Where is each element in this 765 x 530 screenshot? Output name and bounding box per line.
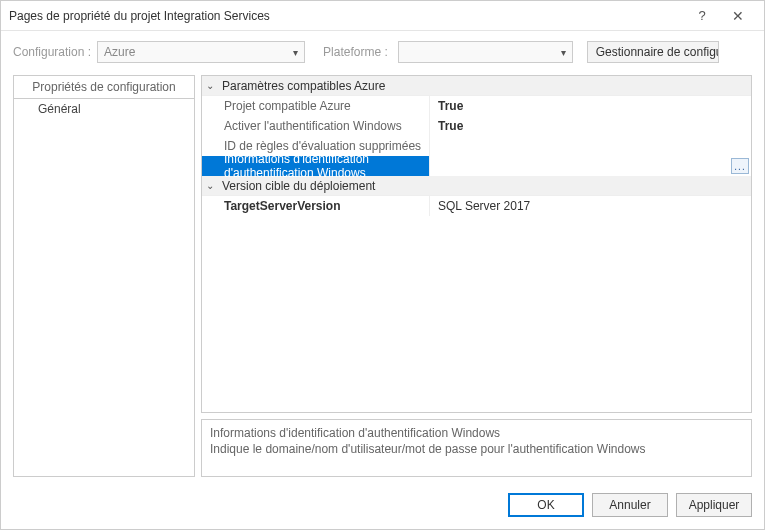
prop-name: Activer l'authentification Windows <box>202 116 430 136</box>
chevron-down-icon: ▾ <box>293 47 298 58</box>
main-area: Propriétés de configuration Général ⌄ Pa… <box>1 75 764 485</box>
category-label: Version cible du déploiement <box>222 179 375 193</box>
configuration-value: Azure <box>104 45 293 59</box>
left-panel-header: Propriétés de configuration <box>14 76 194 99</box>
help-button[interactable]: ? <box>684 8 720 23</box>
prop-name: Projet compatible Azure <box>202 96 430 116</box>
button-row: OK Annuler Appliquer <box>1 485 764 529</box>
right-panel: ⌄ Paramètres compatibles Azure Projet co… <box>201 75 752 477</box>
chevron-down-icon: ⌄ <box>206 180 218 191</box>
prop-name: Informations d'identification d'authenti… <box>202 156 430 176</box>
platform-dropdown[interactable]: ▾ <box>398 41 573 63</box>
configuration-manager-button[interactable]: Gestionnaire de configuration... <box>587 41 719 63</box>
cancel-button[interactable]: Annuler <box>592 493 668 517</box>
prop-value <box>430 156 751 176</box>
chevron-down-icon: ▾ <box>561 47 566 58</box>
description-title: Informations d'identification d'authenti… <box>210 426 743 440</box>
configuration-dropdown[interactable]: Azure ▾ <box>97 41 305 63</box>
prop-row-azure-compatible[interactable]: Projet compatible Azure True <box>202 96 751 116</box>
prop-value <box>430 136 751 156</box>
titlebar: Pages de propriété du projet Integration… <box>1 1 764 31</box>
description-body: Indique le domaine/nom d'utilisateur/mot… <box>210 442 743 456</box>
ellipsis-button[interactable]: ... <box>731 158 749 174</box>
platform-label: Plateforme : <box>323 45 388 59</box>
category-azure[interactable]: ⌄ Paramètres compatibles Azure <box>202 76 751 96</box>
prop-value: True <box>430 96 751 116</box>
apply-button[interactable]: Appliquer <box>676 493 752 517</box>
prop-row-auth-info[interactable]: Informations d'identification d'authenti… <box>202 156 751 176</box>
category-label: Paramètres compatibles Azure <box>222 79 385 93</box>
prop-row-target-server[interactable]: TargetServerVersion SQL Server 2017 <box>202 196 751 216</box>
prop-value: SQL Server 2017 <box>430 196 751 216</box>
configuration-label: Configuration : <box>13 45 91 59</box>
close-button[interactable]: ✕ <box>720 8 756 24</box>
left-panel: Propriétés de configuration Général <box>13 75 195 477</box>
tree-item-general[interactable]: Général <box>14 99 194 119</box>
prop-row-windows-auth[interactable]: Activer l'authentification Windows True <box>202 116 751 136</box>
window-title: Pages de propriété du projet Integration… <box>9 9 684 23</box>
ok-button[interactable]: OK <box>508 493 584 517</box>
prop-value: True <box>430 116 751 136</box>
property-grid: ⌄ Paramètres compatibles Azure Projet co… <box>201 75 752 413</box>
chevron-down-icon: ⌄ <box>206 80 218 91</box>
config-row: Configuration : Azure ▾ Plateforme : ▾ G… <box>1 31 764 75</box>
description-box: Informations d'identification d'authenti… <box>201 419 752 477</box>
prop-name: TargetServerVersion <box>202 196 430 216</box>
